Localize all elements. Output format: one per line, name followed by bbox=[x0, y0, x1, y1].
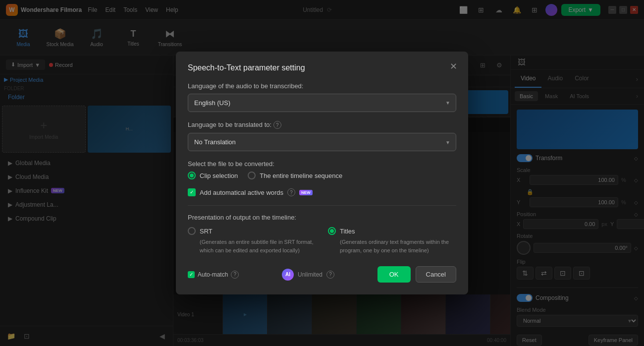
file-selection-radio-group: Clip selection The entire timeline seque… bbox=[188, 172, 456, 179]
active-words-label: Add automatical active words bbox=[200, 189, 283, 196]
clip-selection-label: Clip selection bbox=[200, 172, 238, 179]
modal-divider bbox=[188, 205, 456, 206]
titles-label: Titles bbox=[340, 228, 355, 235]
presentation-options: SRT (Generates an entire subtitle file i… bbox=[188, 227, 456, 254]
entire-timeline-radio-circle bbox=[248, 172, 256, 179]
audio-lang-label: Language of the audio to be transcribed: bbox=[188, 82, 456, 90]
presentation-label: Presentation of output on the timeline: bbox=[188, 214, 456, 221]
titles-option: Titles (Generates ordinary text fragment… bbox=[328, 227, 456, 254]
active-words-checkbox-item[interactable]: Add automatical active words ? NEW bbox=[188, 188, 456, 196]
ok-button[interactable]: OK bbox=[377, 266, 411, 283]
unlimited-help-icon[interactable]: ? bbox=[326, 271, 334, 279]
presentation-section: Presentation of output on the timeline: … bbox=[188, 214, 456, 254]
titles-radio-circle[interactable] bbox=[328, 227, 336, 235]
srt-radio-circle[interactable] bbox=[188, 227, 196, 235]
srt-description: (Generates an entire subtitle file in SR… bbox=[188, 238, 316, 254]
entire-timeline-radio[interactable]: The entire timeline sequence bbox=[248, 172, 342, 179]
unlimited-label: Unlimited bbox=[298, 271, 322, 278]
unlimited-section: AI Unlimited ? bbox=[282, 269, 334, 281]
cancel-button[interactable]: Cancel bbox=[416, 266, 456, 283]
auto-match-checkbox[interactable] bbox=[188, 271, 195, 278]
clip-selection-radio[interactable]: Clip selection bbox=[188, 172, 238, 179]
convert-label: Select the file to be converted: bbox=[188, 160, 456, 168]
ai-icon: AI bbox=[282, 269, 294, 281]
auto-match-section: Auto-match ? bbox=[188, 271, 239, 279]
active-words-checkbox bbox=[188, 188, 196, 196]
translate-lang-label: Language to be translated to: ? bbox=[188, 121, 456, 129]
translate-lang-select[interactable]: No Translation English Spanish French Ge… bbox=[188, 133, 456, 151]
modal-overlay: Speech-to-Text parameter setting ✕ Langu… bbox=[0, 0, 644, 346]
srt-header: SRT bbox=[188, 227, 316, 235]
titles-description: (Generates ordinary text fragments withi… bbox=[328, 238, 456, 254]
audio-lang-section: Language of the audio to be transcribed:… bbox=[188, 82, 456, 112]
modal-buttons: OK Cancel bbox=[377, 266, 456, 283]
audio-lang-select[interactable]: English (US) English (UK) Spanish French… bbox=[188, 94, 456, 112]
titles-header: Titles bbox=[328, 227, 456, 235]
srt-option: SRT (Generates an entire subtitle file i… bbox=[188, 227, 316, 254]
translate-lang-wrapper: No Translation English Spanish French Ge… bbox=[188, 133, 456, 151]
active-words-badge: NEW bbox=[299, 190, 313, 195]
modal-close-button[interactable]: ✕ bbox=[446, 59, 460, 73]
auto-match-label: Auto-match bbox=[198, 271, 228, 278]
srt-label: SRT bbox=[200, 228, 213, 235]
active-words-section: Add automatical active words ? NEW bbox=[188, 188, 456, 196]
modal-title: Speech-to-Text parameter setting bbox=[188, 63, 456, 72]
clip-selection-radio-circle bbox=[188, 172, 196, 179]
translate-lang-section: Language to be translated to: ? No Trans… bbox=[188, 121, 456, 152]
file-selection-section: Select the file to be converted: Clip se… bbox=[188, 160, 456, 179]
modal-footer: Auto-match ? AI Unlimited ? OK Cancel bbox=[188, 266, 456, 283]
translate-help-icon[interactable]: ? bbox=[273, 121, 281, 129]
entire-timeline-label: The entire timeline sequence bbox=[260, 172, 342, 179]
audio-lang-wrapper: English (US) English (UK) Spanish French… bbox=[188, 94, 456, 112]
speech-to-text-modal: Speech-to-Text parameter setting ✕ Langu… bbox=[176, 52, 468, 295]
auto-match-help-icon[interactable]: ? bbox=[231, 271, 239, 279]
active-words-help-icon[interactable]: ? bbox=[287, 188, 295, 196]
